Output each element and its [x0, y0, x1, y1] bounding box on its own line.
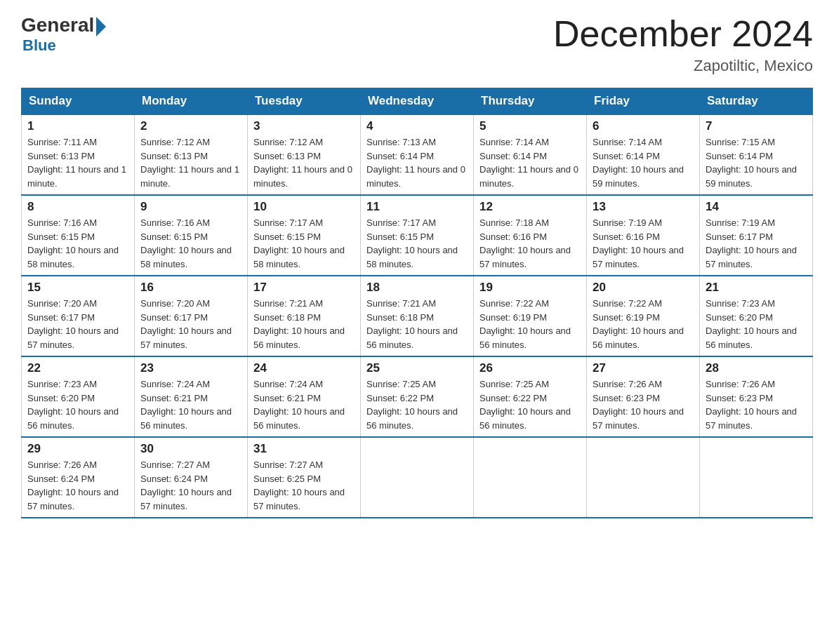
- logo-general-text: General: [21, 14, 94, 36]
- calendar-cell: 14 Sunrise: 7:19 AMSunset: 6:17 PMDaylig…: [700, 195, 813, 276]
- column-header-sunday: Sunday: [22, 88, 135, 115]
- day-number: 19: [479, 281, 581, 295]
- day-info: Sunrise: 7:12 AMSunset: 6:13 PMDaylight:…: [253, 137, 352, 189]
- calendar-week-row: 8 Sunrise: 7:16 AMSunset: 6:15 PMDayligh…: [22, 195, 813, 276]
- day-number: 30: [140, 442, 241, 456]
- day-info: Sunrise: 7:26 AMSunset: 6:23 PMDaylight:…: [706, 379, 797, 431]
- calendar-cell: 1 Sunrise: 7:11 AMSunset: 6:13 PMDayligh…: [22, 114, 135, 195]
- day-info: Sunrise: 7:14 AMSunset: 6:14 PMDaylight:…: [479, 137, 578, 189]
- day-info: Sunrise: 7:16 AMSunset: 6:15 PMDaylight:…: [27, 217, 119, 269]
- calendar-cell: 17 Sunrise: 7:21 AMSunset: 6:18 PMDaylig…: [248, 276, 361, 356]
- day-info: Sunrise: 7:20 AMSunset: 6:17 PMDaylight:…: [140, 298, 232, 350]
- calendar-week-row: 22 Sunrise: 7:23 AMSunset: 6:20 PMDaylig…: [22, 356, 813, 437]
- day-info: Sunrise: 7:15 AMSunset: 6:14 PMDaylight:…: [706, 137, 797, 189]
- day-info: Sunrise: 7:27 AMSunset: 6:24 PMDaylight:…: [140, 459, 232, 511]
- calendar-header-row: SundayMondayTuesdayWednesdayThursdayFrid…: [22, 88, 813, 115]
- month-title: December 2024: [553, 14, 813, 54]
- calendar-cell: 18 Sunrise: 7:21 AMSunset: 6:18 PMDaylig…: [361, 276, 474, 356]
- calendar-cell: 28 Sunrise: 7:26 AMSunset: 6:23 PMDaylig…: [700, 356, 813, 437]
- day-info: Sunrise: 7:25 AMSunset: 6:22 PMDaylight:…: [479, 379, 571, 431]
- day-number: 3: [253, 119, 355, 133]
- calendar-cell: 9 Sunrise: 7:16 AMSunset: 6:15 PMDayligh…: [135, 195, 248, 276]
- day-number: 12: [479, 200, 581, 214]
- day-info: Sunrise: 7:12 AMSunset: 6:13 PMDaylight:…: [140, 137, 239, 189]
- day-info: Sunrise: 7:24 AMSunset: 6:21 PMDaylight:…: [140, 379, 232, 431]
- day-number: 29: [27, 442, 128, 456]
- day-number: 5: [479, 119, 581, 133]
- calendar-cell: 29 Sunrise: 7:26 AMSunset: 6:24 PMDaylig…: [22, 437, 135, 518]
- calendar-cell: 22 Sunrise: 7:23 AMSunset: 6:20 PMDaylig…: [22, 356, 135, 437]
- day-number: 10: [253, 200, 355, 214]
- day-info: Sunrise: 7:21 AMSunset: 6:18 PMDaylight:…: [253, 298, 345, 350]
- calendar-cell: [361, 437, 474, 518]
- day-number: 24: [253, 361, 355, 375]
- calendar-cell: 4 Sunrise: 7:13 AMSunset: 6:14 PMDayligh…: [361, 114, 474, 195]
- day-info: Sunrise: 7:25 AMSunset: 6:22 PMDaylight:…: [366, 379, 458, 431]
- day-number: 28: [706, 361, 807, 375]
- page-header: General Blue December 2024 Zapotiltic, M…: [21, 14, 813, 75]
- day-info: Sunrise: 7:18 AMSunset: 6:16 PMDaylight:…: [479, 217, 571, 269]
- day-info: Sunrise: 7:23 AMSunset: 6:20 PMDaylight:…: [706, 298, 797, 350]
- day-number: 21: [706, 281, 807, 295]
- day-number: 9: [140, 200, 241, 214]
- day-number: 20: [593, 281, 694, 295]
- day-number: 7: [706, 119, 807, 133]
- day-number: 16: [140, 281, 241, 295]
- day-info: Sunrise: 7:26 AMSunset: 6:23 PMDaylight:…: [593, 379, 684, 431]
- day-number: 1: [27, 119, 128, 133]
- day-info: Sunrise: 7:17 AMSunset: 6:15 PMDaylight:…: [366, 217, 458, 269]
- day-number: 25: [366, 361, 468, 375]
- day-info: Sunrise: 7:24 AMSunset: 6:21 PMDaylight:…: [253, 379, 345, 431]
- day-info: Sunrise: 7:19 AMSunset: 6:17 PMDaylight:…: [706, 217, 797, 269]
- column-header-thursday: Thursday: [474, 88, 587, 115]
- calendar-cell: 19 Sunrise: 7:22 AMSunset: 6:19 PMDaylig…: [474, 276, 587, 356]
- day-number: 27: [593, 361, 694, 375]
- day-info: Sunrise: 7:26 AMSunset: 6:24 PMDaylight:…: [27, 459, 119, 511]
- column-header-wednesday: Wednesday: [361, 88, 474, 115]
- calendar-week-row: 15 Sunrise: 7:20 AMSunset: 6:17 PMDaylig…: [22, 276, 813, 356]
- logo-arrow-icon: [96, 17, 106, 36]
- calendar-cell: 30 Sunrise: 7:27 AMSunset: 6:24 PMDaylig…: [135, 437, 248, 518]
- calendar-cell: 5 Sunrise: 7:14 AMSunset: 6:14 PMDayligh…: [474, 114, 587, 195]
- day-info: Sunrise: 7:22 AMSunset: 6:19 PMDaylight:…: [479, 298, 571, 350]
- calendar-cell: [700, 437, 813, 518]
- calendar-cell: 10 Sunrise: 7:17 AMSunset: 6:15 PMDaylig…: [248, 195, 361, 276]
- column-header-monday: Monday: [135, 88, 248, 115]
- day-number: 22: [27, 361, 128, 375]
- calendar-cell: 3 Sunrise: 7:12 AMSunset: 6:13 PMDayligh…: [248, 114, 361, 195]
- day-info: Sunrise: 7:14 AMSunset: 6:14 PMDaylight:…: [593, 137, 684, 189]
- day-number: 23: [140, 361, 241, 375]
- calendar-cell: 15 Sunrise: 7:20 AMSunset: 6:17 PMDaylig…: [22, 276, 135, 356]
- calendar-cell: 27 Sunrise: 7:26 AMSunset: 6:23 PMDaylig…: [587, 356, 700, 437]
- day-info: Sunrise: 7:16 AMSunset: 6:15 PMDaylight:…: [140, 217, 232, 269]
- calendar-cell: 21 Sunrise: 7:23 AMSunset: 6:20 PMDaylig…: [700, 276, 813, 356]
- day-number: 2: [140, 119, 241, 133]
- title-area: December 2024 Zapotiltic, Mexico: [553, 14, 813, 75]
- day-number: 8: [27, 200, 128, 214]
- column-header-friday: Friday: [587, 88, 700, 115]
- calendar-cell: 24 Sunrise: 7:24 AMSunset: 6:21 PMDaylig…: [248, 356, 361, 437]
- calendar-cell: 6 Sunrise: 7:14 AMSunset: 6:14 PMDayligh…: [587, 114, 700, 195]
- day-info: Sunrise: 7:21 AMSunset: 6:18 PMDaylight:…: [366, 298, 458, 350]
- calendar-week-row: 29 Sunrise: 7:26 AMSunset: 6:24 PMDaylig…: [22, 437, 813, 518]
- calendar-table: SundayMondayTuesdayWednesdayThursdayFrid…: [21, 88, 813, 518]
- day-info: Sunrise: 7:11 AMSunset: 6:13 PMDaylight:…: [27, 137, 126, 189]
- calendar-cell: 2 Sunrise: 7:12 AMSunset: 6:13 PMDayligh…: [135, 114, 248, 195]
- day-number: 17: [253, 281, 355, 295]
- calendar-cell: 11 Sunrise: 7:17 AMSunset: 6:15 PMDaylig…: [361, 195, 474, 276]
- day-number: 26: [479, 361, 581, 375]
- day-info: Sunrise: 7:20 AMSunset: 6:17 PMDaylight:…: [27, 298, 119, 350]
- day-info: Sunrise: 7:17 AMSunset: 6:15 PMDaylight:…: [253, 217, 345, 269]
- calendar-cell: 7 Sunrise: 7:15 AMSunset: 6:14 PMDayligh…: [700, 114, 813, 195]
- day-number: 14: [706, 200, 807, 214]
- day-number: 11: [366, 200, 468, 214]
- calendar-cell: [474, 437, 587, 518]
- calendar-cell: 25 Sunrise: 7:25 AMSunset: 6:22 PMDaylig…: [361, 356, 474, 437]
- calendar-cell: 12 Sunrise: 7:18 AMSunset: 6:16 PMDaylig…: [474, 195, 587, 276]
- column-header-tuesday: Tuesday: [248, 88, 361, 115]
- calendar-week-row: 1 Sunrise: 7:11 AMSunset: 6:13 PMDayligh…: [22, 114, 813, 195]
- calendar-cell: 26 Sunrise: 7:25 AMSunset: 6:22 PMDaylig…: [474, 356, 587, 437]
- calendar-cell: 16 Sunrise: 7:20 AMSunset: 6:17 PMDaylig…: [135, 276, 248, 356]
- calendar-cell: 31 Sunrise: 7:27 AMSunset: 6:25 PMDaylig…: [248, 437, 361, 518]
- day-info: Sunrise: 7:19 AMSunset: 6:16 PMDaylight:…: [593, 217, 684, 269]
